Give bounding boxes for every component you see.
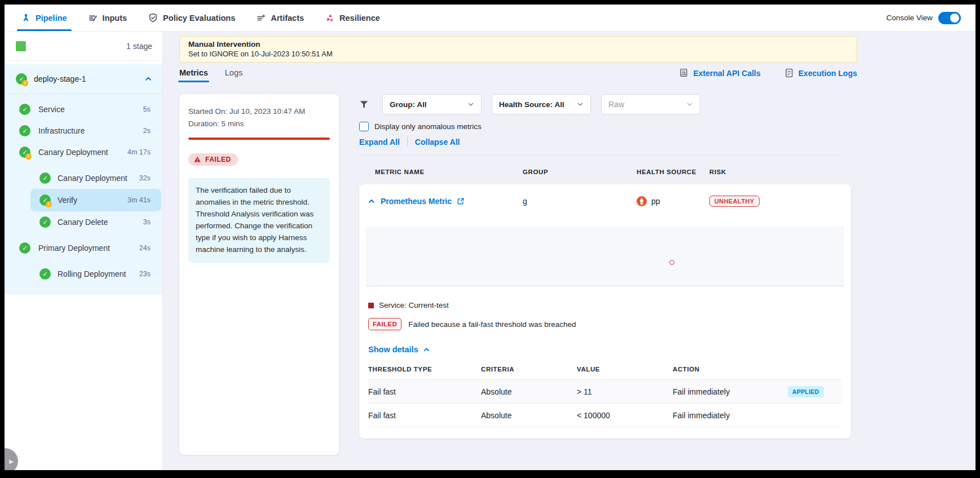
- svg-text:API: API: [682, 73, 686, 76]
- metric-row: Prometheus Metric g pp UNHEALTHY: [359, 184, 851, 218]
- stage-status-icon: ✓: [16, 73, 27, 85]
- metrics-table-header: METRIC NAME GROUP HEALTH SOURCE RISK: [359, 169, 857, 175]
- step-verify[interactable]: ✓ Verify 3m 41s: [5, 189, 162, 211]
- anomalous-data-point[interactable]: [669, 260, 674, 265]
- toggle-knob: [950, 14, 959, 23]
- tab-metrics[interactable]: Metrics: [179, 68, 208, 82]
- chevron-down-icon: [577, 101, 584, 108]
- step-rolling-deployment[interactable]: ✓ Rolling Deployment 23s: [5, 263, 162, 285]
- metric-name-link[interactable]: Prometheus Metric: [381, 197, 452, 206]
- execution-logs-link[interactable]: Execution Logs: [784, 68, 857, 78]
- threshold-table-header: THRESHOLD TYPE CRITERIA VALUE ACTION: [368, 366, 842, 380]
- threshold-row: Fail fast Absolute > 11 Fail immediately…: [368, 380, 842, 404]
- group-filter-dropdown[interactable]: Group: All: [382, 94, 482, 114]
- step-label: Verify: [58, 196, 77, 205]
- execution-sidebar: 1 stage ✓ deploy-stage-1 ✓ Service 5s: [5, 32, 163, 470]
- step-label: Canary Deployment: [58, 174, 127, 183]
- main-content: Manual Intervention Set to IGNORE on 10-…: [163, 32, 975, 470]
- inputs-icon: [89, 14, 98, 23]
- step-infrastructure[interactable]: ✓ Infrastructure 2s: [5, 120, 162, 141]
- expand-panel-handle[interactable]: ▶: [5, 448, 18, 470]
- tab-inputs[interactable]: Inputs: [89, 5, 127, 31]
- threshold-type: Fail fast: [368, 411, 481, 420]
- anomalous-metrics-checkbox[interactable]: [359, 122, 369, 131]
- step-canary-deployment-group[interactable]: ✓ Canary Deployment 4m 17s: [5, 141, 162, 163]
- manual-intervention-banner: Manual Intervention Set to IGNORE on 10-…: [179, 36, 857, 63]
- tab-policy-evaluations[interactable]: Policy Evaluations: [148, 5, 235, 31]
- col-health-source: HEALTH SOURCE: [637, 169, 709, 175]
- chevron-up-icon[interactable]: [144, 75, 152, 83]
- success-check-icon: ✓: [39, 172, 51, 184]
- raw-view-dropdown[interactable]: Raw: [601, 94, 700, 114]
- threshold-action: Fail immediately: [673, 387, 788, 396]
- step-duration: 5s: [143, 105, 151, 113]
- stage-name: deploy-stage-1: [34, 74, 86, 83]
- risk-cell: UNHEALTHY: [709, 196, 851, 207]
- tab-inputs-label: Inputs: [103, 14, 127, 23]
- chart-legend-row: Service: Current-test: [368, 301, 851, 309]
- show-details-link[interactable]: Show details: [368, 345, 430, 354]
- expand-collapse-row: Expand All Collapse All: [359, 138, 857, 147]
- failed-status-label: FAILED: [205, 156, 231, 163]
- policy-shield-icon: [148, 13, 158, 23]
- fail-reason-row: FAILED Failed because a fail-fast thresh…: [368, 318, 851, 330]
- console-view-toggle[interactable]: [938, 12, 961, 24]
- right-arrow-icon: ▶: [9, 458, 14, 464]
- metric-chart-area[interactable]: [366, 227, 844, 286]
- step-canary-delete[interactable]: ✓ Canary Delete 3s: [5, 211, 162, 233]
- tab-artifacts-label: Artifacts: [271, 14, 304, 23]
- step-list: ✓ Service 5s ✓ Infrastructure 2s ✓ Canar…: [5, 94, 162, 285]
- success-check-icon: ✓: [39, 268, 51, 280]
- failed-outline-badge: FAILED: [368, 318, 401, 330]
- success-warning-icon: ✓: [19, 147, 30, 158]
- unhealthy-risk-badge: UNHEALTHY: [709, 196, 760, 207]
- stage-count-row: 1 stage: [5, 32, 162, 61]
- stage-count-label: 1 stage: [126, 42, 152, 51]
- step-duration: 4m 17s: [127, 148, 151, 156]
- health-source-cell: pp: [637, 196, 709, 206]
- step-canary-deployment[interactable]: ✓ Canary Deployment 32s: [5, 167, 162, 189]
- stage-status-square: [16, 41, 26, 51]
- step-primary-deployment[interactable]: ✓ Primary Deployment 24s: [5, 237, 162, 259]
- external-api-calls-link[interactable]: API External API Calls: [679, 68, 760, 78]
- health-source-name: pp: [651, 197, 660, 206]
- resilience-icon: [325, 14, 334, 23]
- show-details-label: Show details: [368, 345, 418, 354]
- tab-logs[interactable]: Logs: [225, 68, 242, 82]
- tab-resilience[interactable]: Resilience: [325, 5, 380, 31]
- chevron-down-icon: [686, 101, 693, 108]
- execution-logs-label: Execution Logs: [798, 69, 857, 78]
- tab-artifacts[interactable]: Artifacts: [257, 5, 304, 31]
- banner-title: Manual Intervention: [188, 40, 848, 48]
- failed-progress-bar: [188, 138, 330, 140]
- metric-group-value: g: [523, 197, 637, 206]
- started-on-text: Started On: Jul 10, 2023 10:47 AM: [188, 105, 330, 118]
- health-source-filter-dropdown[interactable]: Health Source: All: [492, 94, 591, 114]
- verification-message: The verification failed due to anomalies…: [188, 178, 330, 263]
- step-duration: 3s: [143, 218, 151, 226]
- nav-tabs: Pipeline Inputs Policy Evaluations Artif…: [21, 5, 380, 31]
- filter-funnel-icon: [359, 100, 369, 109]
- stage-panel: ✓ deploy-stage-1 ✓ Service 5s ✓ Infrastr…: [5, 64, 162, 295]
- threshold-criteria: Absolute: [481, 411, 577, 420]
- metric-expand-toggle[interactable]: Prometheus Metric: [359, 197, 523, 206]
- step-duration: 23s: [139, 270, 151, 278]
- collapse-all-link[interactable]: Collapse All: [415, 138, 460, 147]
- console-view-control: Console View: [886, 12, 961, 24]
- threshold-action: Fail immediately: [673, 411, 788, 420]
- step-label: Infrastructure: [38, 126, 85, 135]
- warning-triangle-icon: [193, 156, 201, 163]
- expand-all-link[interactable]: Expand All: [359, 138, 400, 147]
- step-label: Rolling Deployment: [58, 269, 126, 278]
- col-value: VALUE: [577, 366, 673, 373]
- step-service[interactable]: ✓ Service 5s: [5, 99, 162, 120]
- success-check-icon: ✓: [39, 216, 51, 228]
- prometheus-icon: [637, 196, 647, 206]
- tab-pipeline[interactable]: Pipeline: [21, 5, 67, 31]
- chevron-up-icon[interactable]: [368, 197, 376, 205]
- stage-header-deploy-stage-1[interactable]: ✓ deploy-stage-1: [5, 64, 162, 94]
- external-link-icon[interactable]: [457, 197, 465, 205]
- prometheus-metric-card: Prometheus Metric g pp UNHEALTHY: [359, 184, 851, 439]
- banner-subtitle: Set to IGNORE on 10-Jul-2023 10:50:51 AM: [188, 50, 848, 58]
- applied-badge: APPLIED: [788, 386, 824, 397]
